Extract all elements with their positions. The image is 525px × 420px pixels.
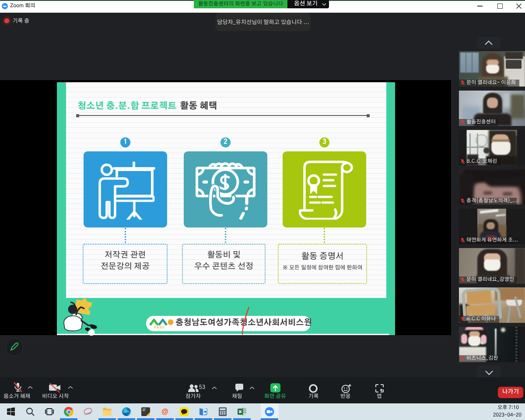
svg-text:@: @ [161,408,168,415]
